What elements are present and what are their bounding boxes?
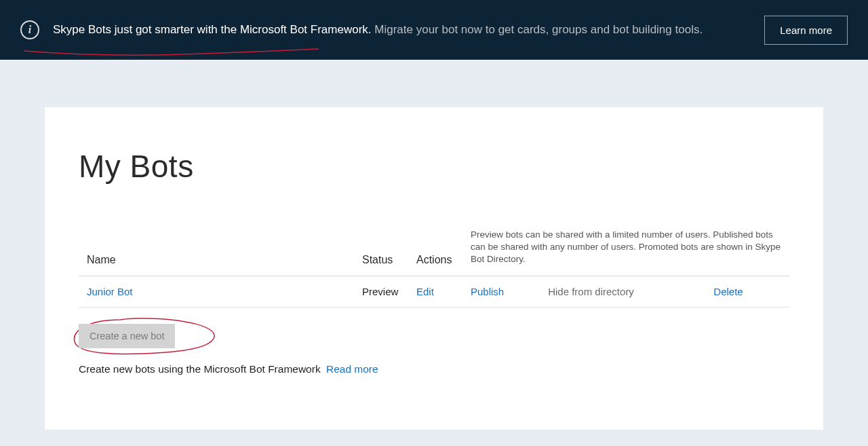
bots-table: Name Status Actions Preview bots can be … (79, 222, 789, 308)
hide-from-directory: Hide from directory (548, 286, 711, 297)
edit-link[interactable]: Edit (416, 286, 434, 297)
bot-name-link[interactable]: Junior Bot (87, 286, 133, 297)
main-card: My Bots Name Status Actions Preview bots… (45, 107, 823, 430)
notification-banner: i Skype Bots just got smarter with the M… (0, 0, 868, 60)
table-row: Junior Bot Preview Edit Publish Hide fro… (79, 276, 789, 307)
header-actions: Actions (411, 222, 465, 276)
page-title: My Bots (79, 148, 789, 185)
header-name: Name (79, 222, 357, 276)
banner-text: Skype Bots just got smarter with the Mic… (53, 23, 754, 37)
read-more-link[interactable]: Read more (326, 363, 378, 375)
publish-link[interactable]: Publish (471, 286, 545, 297)
footer-text-label: Create new bots using the Microsoft Bot … (79, 363, 321, 375)
create-new-bot-button[interactable]: Create a new bot (79, 324, 175, 348)
annotation-underline (20, 48, 326, 61)
banner-text-light: Migrate your bot now to get cards, group… (374, 23, 703, 36)
info-icon: i (20, 20, 39, 39)
banner-text-bold: Skype Bots just got smarter with the Mic… (53, 23, 372, 36)
header-status: Status (357, 222, 411, 276)
header-helper-text: Preview bots can be shared with a limite… (471, 229, 784, 266)
learn-more-button[interactable]: Learn more (764, 16, 848, 45)
header-helper: Preview bots can be shared with a limite… (465, 222, 789, 276)
delete-link[interactable]: Delete (713, 286, 743, 297)
bot-status: Preview (362, 286, 398, 297)
footer-text: Create new bots using the Microsoft Bot … (79, 363, 789, 375)
